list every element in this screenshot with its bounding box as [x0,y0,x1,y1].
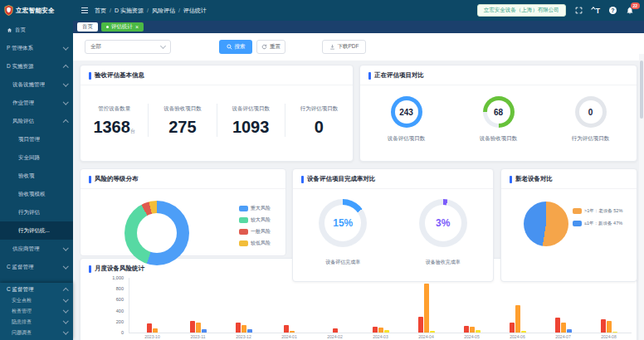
bar-group [586,319,632,333]
legend-swatch [239,229,248,235]
submenu-item-check-management[interactable]: 检查管理 [0,306,73,317]
bar-red [464,326,469,333]
topbar-actions: 立宏安全设备（上海）有限公司 T ? 22 [477,4,644,17]
gauge-row: 15% 设备评估完成率 3% 设备验收完成率 [293,199,493,266]
sidebar-item-safety-circuit[interactable]: 安全回路 [0,148,73,167]
breadcrumb-item-risk[interactable]: 风险评估 [152,7,175,15]
help-icon[interactable]: ? [609,7,617,14]
device-age-pie-chart [524,202,568,246]
bar-orange [242,325,246,333]
stat-unit: 台 [130,129,135,134]
chevron-up-icon [63,288,68,293]
title-accent-bar [368,72,371,80]
sidebar-item-project-management[interactable]: 项目管理 [0,130,73,148]
chevron-down-icon [63,80,68,85]
bar-orange [607,321,612,333]
submenu-item-hazard-investigation[interactable]: 隐患排查 [0,317,73,328]
legend-swatch [239,217,248,223]
legend-item-low-risk[interactable]: 较低风险 [239,240,271,247]
chevron-down-icon [63,99,68,104]
sidebar-item-behavior-assessment[interactable]: 行为评估 [0,203,73,221]
x-axis-label: 2024-08 [586,334,632,339]
bar-red [284,325,289,333]
title-accent-bar [301,176,304,183]
card-title: 新老设备对比 [501,169,637,189]
bar-yellow [384,330,389,333]
notification-bell-icon[interactable]: 22 [626,6,634,15]
risk-donut-chart [124,201,189,265]
breadcrumb-item-resource[interactable]: D 实施资源 [115,7,144,15]
bar-group [358,327,403,333]
legend-item-old-devices[interactable]: >1年：老设备 52% [573,208,622,214]
x-axis-label: 2023-10 [129,334,175,339]
donut-gauge: 0 [575,96,607,128]
sidebar-item-supplier-management[interactable]: 供应商管理 [0,240,73,258]
tags-view-bar: 首页 评估统计 × [73,21,644,33]
chevron-down-icon [160,43,166,49]
sidebar-item-equipment-facility[interactable]: 设备设施管理 [0,75,73,94]
bar-orange [424,284,429,333]
sidebar-item-acceptance-items[interactable]: 验收项 [0,167,73,185]
bar-red [510,323,515,333]
tab-assessment-stats[interactable]: 评估统计 × [101,22,144,32]
gauge-assessment-completion: 15% 设备评估完成率 [293,199,393,266]
bar-red [236,323,241,333]
bar-yellow [521,331,526,333]
chevron-up-icon [63,65,68,70]
sidebar-item-job-management[interactable]: 作业管理 [0,94,73,112]
legend-item-new-devices[interactable]: ≤1年：新设备 47% [573,221,622,226]
x-axis-labels: 2023-102023-112023-122024-012024-022024-… [129,334,632,339]
x-axis-label: 2024-03 [358,334,403,339]
download-pdf-button[interactable]: 下载PDF [322,40,366,54]
card-title: 验收评估基本信息 [80,66,353,85]
company-badge[interactable]: 立宏安全设备（上海）有限公司 [477,4,566,17]
title-accent-bar [510,176,512,183]
sidebar-item-supervision[interactable]: C 监督管理 [0,258,73,276]
bar-yellow [476,330,481,333]
fullscreen-icon[interactable] [575,7,583,14]
title-accent-bar [89,72,91,80]
bar-red [555,318,560,333]
stats-row: 管控设备数量 1368台 设备验收项目数 275 设备评估项目数 1093 行为… [80,104,353,137]
bar-red [418,317,423,333]
bar-group [129,323,175,333]
search-button[interactable]: 搜索 [219,40,252,54]
sidebar: 首页 P 管理体系 D 实施资源 设备设施管理 作业管理 风险评估 项目管理 安… [0,21,73,340]
sidebar-item-behavior-assessment-stats[interactable]: 行为评估统... [0,221,73,240]
bar-blue [567,329,572,333]
legend-item-significant-risk[interactable]: 较大风险 [239,216,271,224]
submenu-header-supervision[interactable]: C 监督管理 [0,284,73,295]
gauge-acceptance-completion: 3% 设备验收完成率 [393,199,494,266]
legend-item-general-risk[interactable]: 一般风险 [239,228,271,236]
reset-button[interactable]: 重置 [256,40,285,54]
sidebar-item-management-system[interactable]: P 管理体系 [0,39,73,57]
legend-swatch [239,206,248,211]
sidebar-item-home[interactable]: 首页 [0,21,73,39]
filter-bar: 全部 搜索 重置 下载PDF [73,33,644,61]
y-axis-label: 200 [80,319,124,324]
card-acceptance-basic-info: 验收评估基本信息 管控设备数量 1368台 设备验收项目数 275 设备评估项目… [80,65,354,162]
bar-red [601,319,606,333]
legend-item-major-risk[interactable]: 重大风险 [239,205,271,212]
breadcrumb: 首页 / D 实施资源 / 风险评估 / 评估统计 [95,7,207,15]
card-completion-rate: 设备评估项目完成率对比 15% 设备评估完成率 3% 设备验收完成率 [292,168,494,282]
breadcrumb-item-home[interactable]: 首页 [95,7,106,15]
top-bar: 立宏智能安全 首页 / D 实施资源 / 风险评估 / 评估统计 立宏安全设备（… [0,0,644,21]
sidebar-item-risk-assessment[interactable]: 风险评估 [0,112,73,130]
tab-home[interactable]: 首页 [77,22,98,32]
sidebar-item-implementation-resources[interactable]: D 实施资源 [0,57,73,75]
sidebar-item-acceptance-template[interactable]: 验收项模板 [0,185,73,203]
scrollbar-thumb[interactable] [640,61,643,119]
submenu-item-problem-investigation[interactable]: 问题调查 [0,328,73,338]
bar-group [221,323,266,333]
gauge-row: 243 设备评估项目数 68 设备验收项目数 0 行为评估项目数 [360,96,637,143]
bar-red [333,328,338,333]
submenu-item-safety-inspection[interactable]: 安全点检 [0,295,73,306]
breadcrumb-separator: / [178,7,180,13]
sidebar-toggle-icon[interactable] [81,7,88,13]
main-content: 首页 评估统计 × 全部 搜索 重置 下载PDF [73,21,644,340]
filter-select[interactable]: 全部 [85,40,171,54]
close-icon[interactable]: × [135,24,139,30]
gauge-device-acceptance: 68 设备验收项目数 [452,96,544,143]
font-size-icon[interactable]: T [592,7,600,15]
